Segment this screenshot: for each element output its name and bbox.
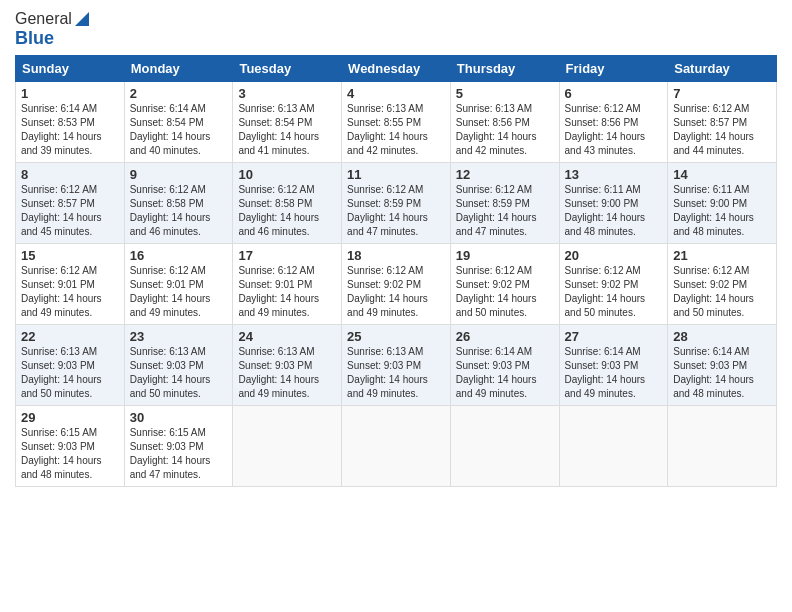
calendar-cell: 28Sunrise: 6:14 AMSunset: 9:03 PMDayligh…	[668, 325, 777, 406]
calendar-week-row: 1Sunrise: 6:14 AMSunset: 8:53 PMDaylight…	[16, 82, 777, 163]
calendar-cell: 13Sunrise: 6:11 AMSunset: 9:00 PMDayligh…	[559, 163, 668, 244]
day-info: Sunrise: 6:12 AMSunset: 9:02 PMDaylight:…	[456, 264, 554, 320]
day-info: Sunrise: 6:12 AMSunset: 9:02 PMDaylight:…	[347, 264, 445, 320]
calendar-cell: 23Sunrise: 6:13 AMSunset: 9:03 PMDayligh…	[124, 325, 233, 406]
day-info: Sunrise: 6:14 AMSunset: 9:03 PMDaylight:…	[565, 345, 663, 401]
day-info: Sunrise: 6:12 AMSunset: 8:56 PMDaylight:…	[565, 102, 663, 158]
day-info: Sunrise: 6:11 AMSunset: 9:00 PMDaylight:…	[565, 183, 663, 239]
calendar-cell: 30Sunrise: 6:15 AMSunset: 9:03 PMDayligh…	[124, 406, 233, 487]
day-number: 12	[456, 167, 554, 182]
calendar-cell: 1Sunrise: 6:14 AMSunset: 8:53 PMDaylight…	[16, 82, 125, 163]
calendar-cell: 26Sunrise: 6:14 AMSunset: 9:03 PMDayligh…	[450, 325, 559, 406]
calendar-cell	[450, 406, 559, 487]
calendar-cell: 24Sunrise: 6:13 AMSunset: 9:03 PMDayligh…	[233, 325, 342, 406]
calendar-cell: 12Sunrise: 6:12 AMSunset: 8:59 PMDayligh…	[450, 163, 559, 244]
day-info: Sunrise: 6:12 AMSunset: 8:59 PMDaylight:…	[456, 183, 554, 239]
calendar-cell	[342, 406, 451, 487]
calendar-cell: 6Sunrise: 6:12 AMSunset: 8:56 PMDaylight…	[559, 82, 668, 163]
calendar-table: SundayMondayTuesdayWednesdayThursdayFrid…	[15, 55, 777, 487]
day-info: Sunrise: 6:14 AMSunset: 8:54 PMDaylight:…	[130, 102, 228, 158]
calendar-body: 1Sunrise: 6:14 AMSunset: 8:53 PMDaylight…	[16, 82, 777, 487]
calendar-day-header: Friday	[559, 56, 668, 82]
day-number: 20	[565, 248, 663, 263]
day-info: Sunrise: 6:14 AMSunset: 9:03 PMDaylight:…	[456, 345, 554, 401]
day-number: 17	[238, 248, 336, 263]
day-number: 26	[456, 329, 554, 344]
calendar-cell: 4Sunrise: 6:13 AMSunset: 8:55 PMDaylight…	[342, 82, 451, 163]
day-info: Sunrise: 6:12 AMSunset: 8:58 PMDaylight:…	[130, 183, 228, 239]
calendar-cell: 9Sunrise: 6:12 AMSunset: 8:58 PMDaylight…	[124, 163, 233, 244]
day-number: 3	[238, 86, 336, 101]
logo-general-text: General	[15, 10, 72, 28]
header: General Blue	[15, 10, 777, 49]
calendar-cell	[233, 406, 342, 487]
svg-marker-0	[75, 12, 89, 26]
logo-blue-text: Blue	[15, 28, 54, 49]
day-number: 11	[347, 167, 445, 182]
day-info: Sunrise: 6:12 AMSunset: 9:01 PMDaylight:…	[130, 264, 228, 320]
calendar-cell: 8Sunrise: 6:12 AMSunset: 8:57 PMDaylight…	[16, 163, 125, 244]
day-info: Sunrise: 6:13 AMSunset: 9:03 PMDaylight:…	[130, 345, 228, 401]
day-number: 5	[456, 86, 554, 101]
calendar-cell: 20Sunrise: 6:12 AMSunset: 9:02 PMDayligh…	[559, 244, 668, 325]
calendar-cell: 22Sunrise: 6:13 AMSunset: 9:03 PMDayligh…	[16, 325, 125, 406]
calendar-cell: 19Sunrise: 6:12 AMSunset: 9:02 PMDayligh…	[450, 244, 559, 325]
day-number: 4	[347, 86, 445, 101]
day-info: Sunrise: 6:13 AMSunset: 8:55 PMDaylight:…	[347, 102, 445, 158]
day-info: Sunrise: 6:13 AMSunset: 8:56 PMDaylight:…	[456, 102, 554, 158]
page: General Blue SundayMondayTuesdayWednesda…	[0, 0, 792, 612]
day-number: 1	[21, 86, 119, 101]
calendar-day-header: Wednesday	[342, 56, 451, 82]
calendar-cell: 14Sunrise: 6:11 AMSunset: 9:00 PMDayligh…	[668, 163, 777, 244]
calendar-cell: 18Sunrise: 6:12 AMSunset: 9:02 PMDayligh…	[342, 244, 451, 325]
calendar-week-row: 8Sunrise: 6:12 AMSunset: 8:57 PMDaylight…	[16, 163, 777, 244]
day-info: Sunrise: 6:13 AMSunset: 9:03 PMDaylight:…	[347, 345, 445, 401]
logo-triangle-icon	[73, 10, 91, 28]
day-number: 9	[130, 167, 228, 182]
day-number: 13	[565, 167, 663, 182]
calendar-week-row: 15Sunrise: 6:12 AMSunset: 9:01 PMDayligh…	[16, 244, 777, 325]
calendar-cell: 27Sunrise: 6:14 AMSunset: 9:03 PMDayligh…	[559, 325, 668, 406]
calendar-cell: 15Sunrise: 6:12 AMSunset: 9:01 PMDayligh…	[16, 244, 125, 325]
day-info: Sunrise: 6:14 AMSunset: 8:53 PMDaylight:…	[21, 102, 119, 158]
day-number: 28	[673, 329, 771, 344]
calendar-cell: 16Sunrise: 6:12 AMSunset: 9:01 PMDayligh…	[124, 244, 233, 325]
day-number: 23	[130, 329, 228, 344]
calendar-day-header: Thursday	[450, 56, 559, 82]
calendar-day-header: Tuesday	[233, 56, 342, 82]
day-number: 15	[21, 248, 119, 263]
day-number: 29	[21, 410, 119, 425]
day-info: Sunrise: 6:13 AMSunset: 9:03 PMDaylight:…	[238, 345, 336, 401]
day-info: Sunrise: 6:12 AMSunset: 9:01 PMDaylight:…	[238, 264, 336, 320]
day-info: Sunrise: 6:12 AMSunset: 8:57 PMDaylight:…	[21, 183, 119, 239]
calendar-week-row: 22Sunrise: 6:13 AMSunset: 9:03 PMDayligh…	[16, 325, 777, 406]
calendar-day-header: Monday	[124, 56, 233, 82]
day-info: Sunrise: 6:12 AMSunset: 8:57 PMDaylight:…	[673, 102, 771, 158]
day-info: Sunrise: 6:13 AMSunset: 9:03 PMDaylight:…	[21, 345, 119, 401]
calendar-cell	[668, 406, 777, 487]
day-number: 30	[130, 410, 228, 425]
day-number: 24	[238, 329, 336, 344]
day-info: Sunrise: 6:14 AMSunset: 9:03 PMDaylight:…	[673, 345, 771, 401]
calendar-day-header: Saturday	[668, 56, 777, 82]
calendar-cell: 7Sunrise: 6:12 AMSunset: 8:57 PMDaylight…	[668, 82, 777, 163]
day-number: 16	[130, 248, 228, 263]
day-number: 22	[21, 329, 119, 344]
calendar-cell: 5Sunrise: 6:13 AMSunset: 8:56 PMDaylight…	[450, 82, 559, 163]
calendar-cell: 11Sunrise: 6:12 AMSunset: 8:59 PMDayligh…	[342, 163, 451, 244]
day-number: 14	[673, 167, 771, 182]
calendar-cell	[559, 406, 668, 487]
day-number: 8	[21, 167, 119, 182]
day-info: Sunrise: 6:13 AMSunset: 8:54 PMDaylight:…	[238, 102, 336, 158]
day-info: Sunrise: 6:12 AMSunset: 8:58 PMDaylight:…	[238, 183, 336, 239]
calendar-cell: 25Sunrise: 6:13 AMSunset: 9:03 PMDayligh…	[342, 325, 451, 406]
day-number: 2	[130, 86, 228, 101]
calendar-header-row: SundayMondayTuesdayWednesdayThursdayFrid…	[16, 56, 777, 82]
day-info: Sunrise: 6:15 AMSunset: 9:03 PMDaylight:…	[130, 426, 228, 482]
calendar-week-row: 29Sunrise: 6:15 AMSunset: 9:03 PMDayligh…	[16, 406, 777, 487]
day-info: Sunrise: 6:12 AMSunset: 9:02 PMDaylight:…	[565, 264, 663, 320]
logo: General Blue	[15, 10, 91, 49]
day-number: 19	[456, 248, 554, 263]
calendar-cell: 2Sunrise: 6:14 AMSunset: 8:54 PMDaylight…	[124, 82, 233, 163]
day-number: 21	[673, 248, 771, 263]
